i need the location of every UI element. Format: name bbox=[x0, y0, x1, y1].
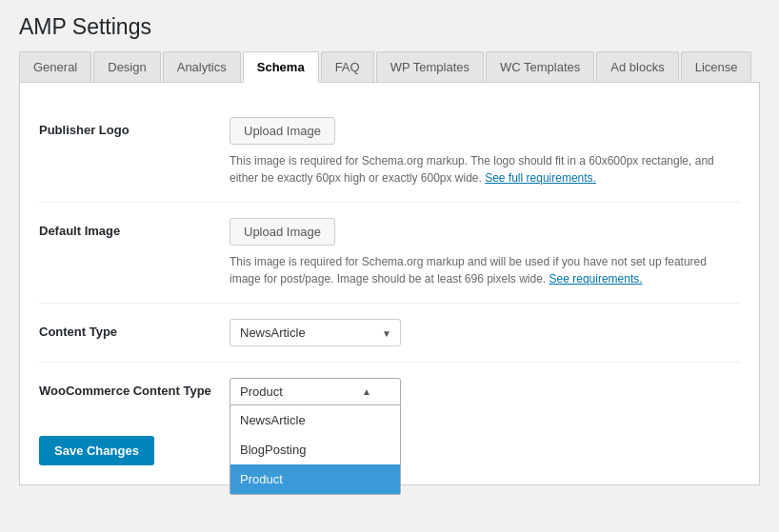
woocommerce-selected-value: Product bbox=[240, 384, 283, 399]
tab-wp-templates[interactable]: WP Templates bbox=[376, 51, 484, 82]
woocommerce-dropdown-selected[interactable]: Product ▲ bbox=[230, 378, 401, 405]
tab-design[interactable]: Design bbox=[93, 51, 160, 82]
content-type-select-wrapper: NewsArticle BlogPosting Product bbox=[230, 319, 401, 346]
content-panel: Publisher Logo Upload Image This image i… bbox=[19, 83, 760, 485]
woocommerce-content-type-control: Product ▲ NewsArticle BlogPosting Produc… bbox=[230, 378, 740, 405]
default-image-label: Default Image bbox=[39, 218, 230, 238]
tab-license[interactable]: License bbox=[681, 51, 752, 82]
default-image-link[interactable]: See requirements. bbox=[549, 272, 643, 286]
tab-general[interactable]: General bbox=[19, 51, 91, 82]
settings-table: Publisher Logo Upload Image This image i… bbox=[39, 102, 740, 421]
woocommerce-content-type-row: WooCommerce Content Type Product ▲ NewsA… bbox=[39, 363, 740, 421]
save-changes-button[interactable]: Save Changes bbox=[39, 436, 154, 465]
dropdown-option-blogposting[interactable]: BlogPosting bbox=[230, 435, 400, 464]
dropdown-option-product[interactable]: Product bbox=[230, 464, 400, 494]
tabs-navigation: General Design Analytics Schema FAQ WP T… bbox=[19, 51, 760, 83]
tab-ad-blocks[interactable]: Ad blocks bbox=[596, 51, 678, 82]
default-image-help: This image is required for Schema.org ma… bbox=[230, 253, 740, 287]
woocommerce-content-type-label: WooCommerce Content Type bbox=[39, 378, 230, 398]
default-image-upload-button[interactable]: Upload Image bbox=[230, 218, 335, 246]
publisher-logo-help-text: This image is required for Schema.org ma… bbox=[230, 154, 714, 185]
tab-wc-templates[interactable]: WC Templates bbox=[486, 51, 594, 82]
dropdown-option-newsarticle[interactable]: NewsArticle bbox=[230, 405, 400, 435]
publisher-logo-label: Publisher Logo bbox=[39, 117, 230, 137]
woocommerce-dropdown-container: Product ▲ NewsArticle BlogPosting Produc… bbox=[230, 378, 401, 405]
tab-analytics[interactable]: Analytics bbox=[163, 51, 241, 82]
content-type-control: NewsArticle BlogPosting Product bbox=[230, 319, 740, 346]
chevron-up-icon: ▲ bbox=[362, 386, 371, 397]
page-wrapper: AMP Settings General Design Analytics Sc… bbox=[0, 0, 779, 532]
page-title: AMP Settings bbox=[19, 14, 760, 40]
woocommerce-dropdown-list: NewsArticle BlogPosting Product bbox=[230, 405, 401, 495]
content-type-select[interactable]: NewsArticle BlogPosting Product bbox=[230, 319, 401, 346]
tab-schema[interactable]: Schema bbox=[243, 51, 319, 83]
content-type-row: Content Type NewsArticle BlogPosting Pro… bbox=[39, 304, 740, 363]
publisher-logo-row: Publisher Logo Upload Image This image i… bbox=[39, 102, 740, 203]
publisher-logo-control: Upload Image This image is required for … bbox=[230, 117, 740, 187]
content-type-label: Content Type bbox=[39, 319, 230, 339]
publisher-logo-link[interactable]: See full requirements. bbox=[485, 171, 596, 185]
publisher-logo-help: This image is required for Schema.org ma… bbox=[230, 152, 740, 187]
default-image-control: Upload Image This image is required for … bbox=[230, 218, 740, 287]
publisher-logo-upload-button[interactable]: Upload Image bbox=[230, 117, 335, 145]
tab-faq[interactable]: FAQ bbox=[321, 51, 374, 82]
default-image-row: Default Image Upload Image This image is… bbox=[39, 203, 740, 304]
